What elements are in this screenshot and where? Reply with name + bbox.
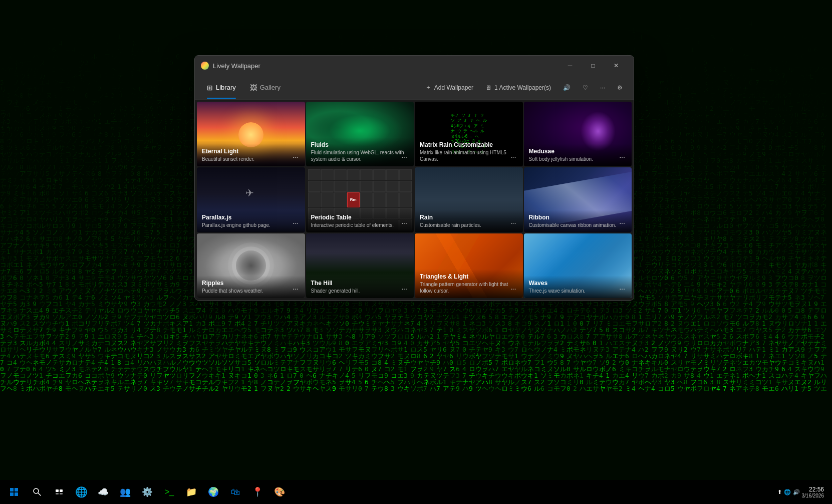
tab-gallery[interactable]: 🖼 Gallery — [244, 81, 287, 95]
card-the-hill[interactable]: The Hill Shader generated hill. ··· — [306, 233, 414, 298]
card-title: Fluids — [311, 141, 409, 148]
card-menu-button[interactable]: ··· — [290, 217, 301, 228]
card-desc: Parallax.js engine github page. — [202, 222, 300, 228]
search-button[interactable] — [27, 482, 47, 502]
title-bar: Lively Wallpaper ─ □ ✕ — [195, 56, 634, 76]
clock[interactable]: 22:56 3/16/2026 — [802, 486, 824, 498]
card-eternal-light[interactable]: Eternal Light Beautiful sunset render. ·… — [197, 102, 305, 166]
svg-rect-0 — [10, 488, 14, 491]
color-button[interactable]: 🎨 — [269, 482, 290, 502]
window-controls: ─ □ ✕ — [559, 58, 628, 74]
card-waves[interactable]: Waves Three.js wave simulation. ··· — [524, 233, 632, 298]
app-icon — [201, 62, 209, 70]
library-icon: ⊞ — [207, 84, 213, 92]
volume-button[interactable]: 🔊 — [558, 81, 576, 94]
monitor-icon: 🖥 — [485, 84, 491, 91]
card-ribbon[interactable]: Ribbon Customisable canvas ribbon animat… — [524, 167, 632, 232]
nav-tabs: ⊞ Library 🖼 Gallery — [201, 81, 420, 95]
favorites-button[interactable]: ♡ — [578, 81, 593, 94]
wallpaper-grid: Eternal Light Beautiful sunset render. ·… — [195, 100, 634, 300]
explorer-button[interactable]: 📁 — [181, 482, 201, 502]
heart-icon: ♡ — [583, 84, 588, 91]
tray-icon[interactable]: ⬆ — [777, 489, 782, 495]
window-title: Lively Wallpaper — [213, 62, 559, 70]
taskbar-tray: ⬆ 🌐 🔊 22:56 3/16/2026 — [777, 486, 828, 498]
app-window: Lively Wallpaper ─ □ ✕ ⊞ Library 🖼 Galle… — [194, 55, 634, 301]
card-desc: Three.js wave simulation. — [529, 288, 627, 294]
card-medusae[interactable]: Medusae Soft body jellyfish simulation. … — [524, 102, 632, 166]
card-menu-button[interactable]: ··· — [508, 217, 519, 228]
teams-button[interactable]: 👥 — [115, 482, 135, 502]
card-title: Ripples — [202, 280, 300, 287]
card-menu-button[interactable]: ··· — [399, 217, 410, 228]
card-menu-button[interactable]: ··· — [399, 151, 410, 162]
card-periodic-table[interactable]: Rm Periodic Table Interactive periodic t… — [306, 167, 414, 232]
gallery-icon: 🖼 — [250, 84, 257, 92]
card-title: Waves — [529, 280, 627, 287]
card-ripples[interactable]: Ripples Puddle that shows weather. ··· — [197, 233, 305, 298]
card-desc: Beautiful sunset render. — [202, 156, 300, 162]
active-wallpaper-label: 1 Active Wallpaper(s) — [494, 84, 551, 91]
card-title: Ribbon — [529, 214, 627, 221]
card-matrix-rain[interactable]: チノ ソ ミ ナ テソ ア ミ テ ヘ ル4シ0フエキ ア ミナ ウ テ ヘル … — [415, 102, 523, 166]
start-button[interactable] — [4, 482, 24, 502]
card-desc: Soft body jellyfish simulation. — [529, 156, 627, 162]
card-title: Medusae — [529, 148, 627, 155]
add-wallpaper-button[interactable]: ＋ Add Wallpaper — [420, 80, 478, 95]
card-menu-button[interactable]: ··· — [508, 151, 519, 162]
card-desc: Triangle pattern generator with light th… — [420, 281, 518, 294]
chrome-button[interactable]: 🌍 — [203, 482, 223, 502]
nav-bar: ⊞ Library 🖼 Gallery ＋ Add Wallpaper 🖥 1 … — [195, 76, 634, 100]
settings-button[interactable]: ⚙ — [612, 81, 628, 94]
add-wallpaper-label: Add Wallpaper — [434, 84, 473, 91]
card-menu-button[interactable]: ··· — [617, 283, 628, 294]
svg-rect-7 — [60, 489, 63, 492]
maps-button[interactable]: 📍 — [247, 482, 267, 502]
nav-actions: ＋ Add Wallpaper 🖥 1 Active Wallpaper(s) … — [420, 80, 628, 95]
card-desc: Customisable rain particles. — [420, 222, 518, 228]
edge-button[interactable]: 🌐 — [71, 482, 91, 502]
svg-rect-6 — [56, 489, 59, 492]
card-fluids[interactable]: Fluids Fluid simulation using WebGL, rea… — [306, 102, 414, 166]
terminal-button[interactable]: >_ — [159, 482, 179, 502]
minimize-button[interactable]: ─ — [559, 58, 582, 74]
svg-rect-2 — [10, 492, 14, 496]
card-title: Rain — [420, 214, 518, 221]
card-title: Eternal Light — [202, 148, 300, 155]
svg-rect-1 — [15, 488, 18, 491]
card-desc: Fluid simulation using WebGL, reacts wit… — [311, 149, 409, 162]
card-desc: Interactive periodic table of elements. — [311, 222, 409, 228]
card-desc: Matrix like rain animation using HTML5 C… — [420, 149, 518, 162]
svg-rect-3 — [15, 492, 18, 496]
card-parallax[interactable]: Parallax.js Parallax.js engine github pa… — [197, 167, 305, 232]
close-button[interactable]: ✕ — [605, 58, 628, 74]
svg-line-5 — [38, 493, 41, 495]
weather-button[interactable]: ☁️ — [93, 482, 113, 502]
tab-library[interactable]: ⊞ Library — [201, 81, 242, 95]
speaker-icon[interactable]: 🔊 — [793, 489, 800, 495]
store-button[interactable]: 🛍 — [225, 482, 245, 502]
taskbar: 🌐 ☁️ 👥 ⚙️ >_ 📁 🌍 🛍 📍 🎨 ⬆ 🌐 🔊 22:56 3/16/… — [0, 480, 832, 504]
card-menu-button[interactable]: ··· — [290, 283, 301, 294]
more-icon: ··· — [600, 84, 605, 91]
more-button[interactable]: ··· — [595, 81, 610, 94]
card-rain[interactable]: Rain Customisable rain particles. ··· — [415, 167, 523, 232]
card-title: Parallax.js — [202, 214, 300, 221]
maximize-button[interactable]: □ — [582, 58, 605, 74]
card-menu-button[interactable]: ··· — [508, 283, 519, 294]
card-menu-button[interactable]: ··· — [399, 283, 410, 294]
plus-icon: ＋ — [425, 83, 431, 92]
active-wallpaper-button[interactable]: 🖥 1 Active Wallpaper(s) — [480, 81, 556, 94]
svg-rect-9 — [60, 493, 63, 494]
card-menu-button[interactable]: ··· — [617, 217, 628, 228]
card-triangles-light[interactable]: Triangles & Light Triangle pattern gener… — [415, 233, 523, 298]
settings-taskbar-button[interactable]: ⚙️ — [137, 482, 157, 502]
card-title: Periodic Table — [311, 214, 409, 221]
card-menu-button[interactable]: ··· — [617, 151, 628, 162]
network-icon[interactable]: 🌐 — [784, 489, 791, 495]
card-desc: Puddle that shows weather. — [202, 288, 300, 294]
card-title: The Hill — [311, 280, 409, 287]
card-menu-button[interactable]: ··· — [290, 151, 301, 162]
taskview-button[interactable] — [49, 482, 69, 502]
card-desc: Customisable canvas ribbon animation. — [529, 222, 627, 228]
